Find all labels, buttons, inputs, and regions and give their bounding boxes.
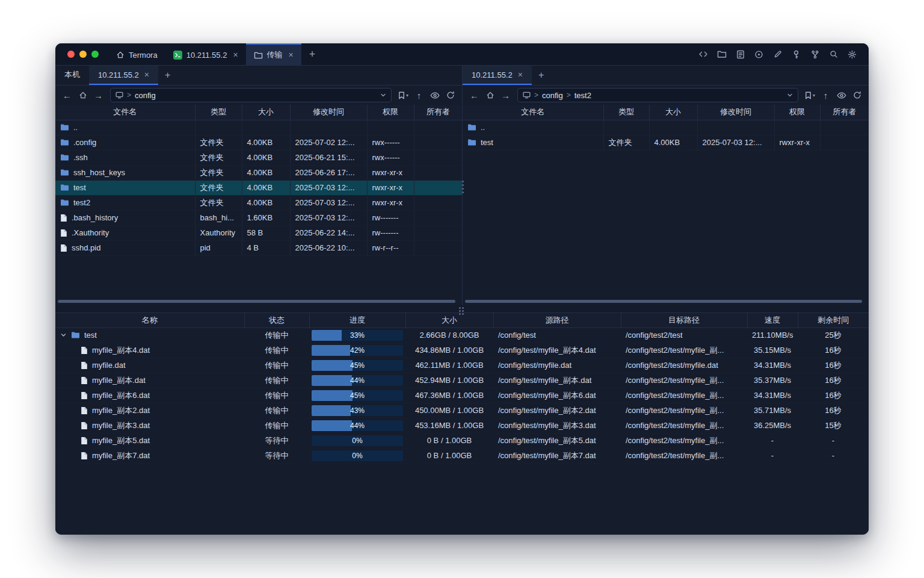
transfer-column-header[interactable]: 大小 — [405, 313, 493, 328]
close-tab-icon[interactable]: × — [144, 70, 149, 79]
transfer-row[interactable]: myfile_副本.dat传输中44%452.94MB / 1.00GB/con… — [55, 373, 869, 388]
title-tab-1[interactable]: 10.211.55.2× — [165, 43, 246, 65]
file-row[interactable]: sshd.pidpid4 B2025-06-22 10:...rw-r--r-- — [55, 240, 462, 255]
edit-icon[interactable] — [769, 47, 786, 62]
transfer-row[interactable]: myfile_副本6.dat传输中45%467.36MB / 1.00GB/co… — [55, 388, 869, 403]
file-row[interactable]: test文件夹4.00KB2025-07-03 12:...rwxr-xr-x — [55, 180, 462, 195]
path-breadcrumb[interactable]: >config>test2 — [517, 88, 798, 102]
transfer-row[interactable]: myfile_副本5.dat等待中0%0 B / 1.00GB/config/t… — [55, 433, 869, 448]
breadcrumb-segment[interactable]: config — [542, 91, 563, 100]
column-header[interactable]: 权限 — [367, 105, 414, 120]
file-row[interactable]: .. — [55, 120, 462, 135]
show-hidden-button[interactable] — [834, 88, 849, 102]
file-owner — [414, 210, 462, 225]
file-row[interactable]: .ssh文件夹4.00KB2025-06-21 15:...rwx------ — [55, 150, 462, 165]
transfer-column-header[interactable]: 名称 — [55, 313, 244, 328]
breadcrumb-segment[interactable]: test2 — [574, 91, 591, 100]
show-hidden-button[interactable] — [427, 88, 442, 102]
minimize-window-button[interactable] — [79, 51, 87, 58]
zoom-window-button[interactable] — [91, 51, 99, 58]
folder-outline-icon[interactable] — [713, 47, 730, 62]
record-icon[interactable] — [751, 47, 767, 62]
file-pane-tab[interactable]: 10.211.55.2× — [89, 66, 158, 85]
new-file-tab-button[interactable]: + — [532, 66, 550, 85]
forward-button[interactable]: → — [91, 88, 106, 102]
new-tab-button[interactable]: + — [301, 43, 324, 65]
home-button[interactable] — [75, 88, 90, 102]
file-pane-tab[interactable]: 本机 — [55, 66, 89, 85]
file-row[interactable]: .config文件夹4.00KB2025-07-02 12:...rwx----… — [55, 135, 462, 150]
file-row[interactable]: ssh_host_keys文件夹4.00KB2025-06-26 17:...r… — [55, 165, 462, 180]
column-header[interactable]: 所有者 — [414, 105, 462, 120]
column-header[interactable]: 大小 — [242, 105, 290, 120]
column-header[interactable]: 修改时间 — [697, 105, 774, 120]
column-header[interactable]: 所有者 — [820, 105, 869, 120]
transfer-column-header[interactable]: 源路径 — [493, 313, 621, 328]
log-icon[interactable] — [732, 47, 748, 62]
transfer-column-header[interactable]: 状态 — [244, 313, 309, 328]
parent-dir-button[interactable]: ↑ — [818, 88, 833, 102]
close-tab-icon[interactable]: × — [233, 51, 238, 59]
forward-button[interactable]: → — [498, 88, 513, 102]
chevron-down-icon[interactable] — [787, 92, 793, 98]
search-icon[interactable] — [825, 47, 842, 62]
pane-splitter-grip[interactable] — [460, 179, 466, 195]
bookmark-button[interactable]: ▾ — [802, 88, 818, 102]
new-file-tab-button[interactable]: + — [158, 66, 177, 85]
home-button[interactable] — [482, 88, 497, 102]
title-tab-0[interactable]: Termora — [108, 43, 165, 65]
column-header[interactable]: 权限 — [774, 105, 820, 120]
back-button[interactable]: ← — [60, 88, 75, 102]
panel-splitter-grip[interactable] — [459, 307, 465, 316]
transfer-row[interactable]: myfile_副本2.dat传输中43%450.00MB / 1.00GB/co… — [55, 403, 869, 418]
close-window-button[interactable] — [67, 51, 75, 58]
file-row[interactable]: .. — [463, 120, 869, 135]
transfer-column-header[interactable]: 目标路径 — [621, 313, 747, 328]
transfer-row[interactable]: myfile.dat传输中45%462.11MB / 1.00GB/config… — [55, 358, 869, 373]
pane-divider — [462, 66, 463, 305]
file-row[interactable]: .bash_historybash_hi...1.60KB2025-07-03 … — [55, 210, 462, 225]
transfer-column-header[interactable]: 速度 — [747, 313, 798, 328]
title-tab-2[interactable]: 传输× — [246, 43, 301, 65]
transfer-column-header[interactable]: 进度 — [309, 313, 405, 328]
close-tab-icon[interactable]: × — [289, 51, 294, 59]
transfer-column-header[interactable]: 剩余时间 — [798, 313, 869, 328]
column-header[interactable]: 大小 — [649, 105, 697, 120]
breadcrumb-segment[interactable]: config — [135, 91, 156, 100]
transfer-eta: 25秒 — [798, 328, 869, 343]
column-header[interactable]: 文件名 — [55, 105, 195, 120]
transfer-eta: 15秒 — [798, 418, 869, 433]
path-breadcrumb[interactable]: >config — [110, 88, 392, 102]
settings-icon[interactable] — [844, 47, 860, 62]
chevron-down-icon[interactable] — [60, 332, 67, 338]
close-tab-icon[interactable]: × — [518, 70, 523, 79]
code-icon[interactable] — [695, 47, 711, 62]
pane-tab-label: 10.211.55.2 — [98, 70, 139, 79]
transfer-size: 2.66GB / 8.00GB — [405, 328, 493, 343]
parent-dir-button[interactable]: ↑ — [411, 88, 427, 102]
file-size: 1.60KB — [242, 210, 290, 225]
file-pane-tab[interactable]: 10.211.55.2× — [463, 66, 532, 85]
branch-icon[interactable] — [807, 47, 823, 62]
bookmark-button[interactable]: ▾ — [396, 88, 411, 102]
column-header[interactable]: 修改时间 — [290, 105, 367, 120]
key-icon[interactable] — [788, 47, 804, 62]
transfer-size: 462.11MB / 1.00GB — [405, 358, 493, 373]
column-header[interactable]: 类型 — [195, 105, 242, 120]
transfer-row[interactable]: myfile_副本4.dat传输中42%434.86MB / 1.00GB/co… — [55, 343, 869, 358]
refresh-button[interactable] — [849, 88, 864, 102]
column-header[interactable]: 类型 — [603, 105, 649, 120]
horizontal-scrollbar[interactable] — [465, 300, 862, 303]
back-button[interactable]: ← — [467, 88, 482, 102]
horizontal-scrollbar[interactable] — [58, 300, 455, 303]
transfer-row[interactable]: myfile_副本3.dat传输中44%453.16MB / 1.00GB/co… — [55, 418, 869, 433]
file-row[interactable]: .XauthorityXauthority58 B2025-06-22 14:.… — [55, 225, 462, 240]
chevron-down-icon[interactable] — [380, 92, 386, 98]
file-row[interactable]: test2文件夹4.00KB2025-07-03 12:...rwxr-xr-x — [55, 195, 462, 210]
file-permissions: rwx------ — [367, 135, 414, 150]
transfer-row[interactable]: myfile_副本7.dat等待中0%0 B / 1.00GB/config/t… — [55, 448, 869, 463]
column-header[interactable]: 文件名 — [463, 105, 603, 120]
transfer-row[interactable]: test传输中33%2.66GB / 8.00GB/config/test/co… — [55, 328, 869, 343]
refresh-button[interactable] — [443, 88, 458, 102]
file-row[interactable]: test文件夹4.00KB2025-07-03 12:...rwxr-xr-x — [463, 135, 869, 150]
